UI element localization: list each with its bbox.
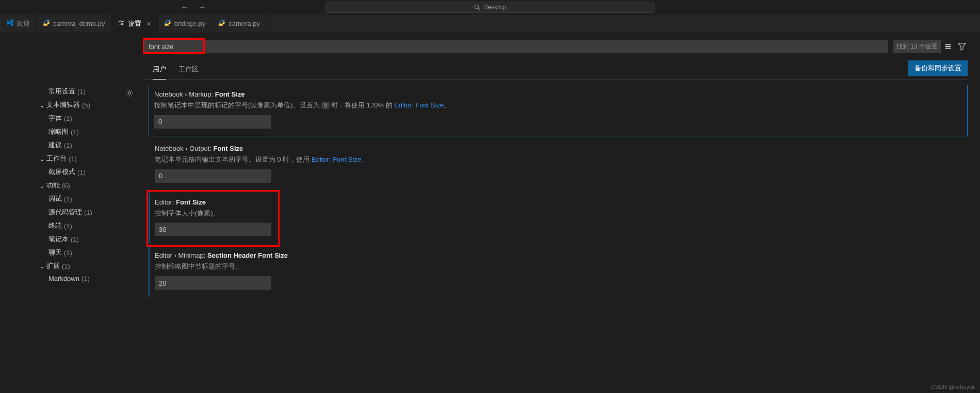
- svg-rect-7: [945, 46, 951, 47]
- python-icon: [218, 19, 225, 28]
- toc-count: (1): [62, 262, 70, 270]
- toc-item[interactable]: 笔记本 (1): [39, 232, 123, 246]
- toc-item[interactable]: 截屏模式 (1): [39, 165, 123, 179]
- toc-item[interactable]: 调试 (1): [39, 192, 123, 206]
- vscode-icon: [6, 19, 13, 28]
- setting-number-input[interactable]: [155, 169, 271, 183]
- chevron-down-icon: ⌄: [39, 262, 45, 270]
- setting-item[interactable]: Editor: Font Size控制字体大小(像素)。: [149, 193, 968, 244]
- activity-bar: [0, 33, 25, 393]
- svg-point-3: [120, 21, 121, 22]
- command-center[interactable]: Desktop: [325, 2, 655, 13]
- setting-title: Font Size: [213, 145, 243, 152]
- toc-label: 笔记本: [48, 234, 69, 244]
- tab-bridege.py[interactable]: bridege.py: [158, 14, 213, 33]
- toc-label: Markdown: [48, 275, 79, 282]
- tab-camera_demo.py[interactable]: camera_demo.py: [37, 14, 111, 33]
- python-icon: [164, 19, 171, 28]
- scope-tab-user[interactable]: 用户: [153, 61, 166, 79]
- settings-icon: [118, 19, 125, 28]
- setting-link[interactable]: Editor: Font Size: [312, 155, 361, 163]
- tab-label: bridege.py: [174, 20, 206, 27]
- toc-label: 缩略图: [48, 127, 69, 136]
- editor-tabs: 欢迎camera_demo.py设置×bridege.pycamera.py: [0, 14, 980, 33]
- nav-back-icon[interactable]: ←: [181, 3, 189, 12]
- backup-sync-button[interactable]: 备份和同步设置: [908, 60, 968, 76]
- tab-label: 欢迎: [17, 19, 30, 28]
- toc-item[interactable]: ⌄工作台 (1): [39, 152, 123, 165]
- toc-item[interactable]: Markdown (1): [39, 273, 123, 285]
- setting-breadcrumb: Notebook › Output:: [155, 145, 213, 152]
- svg-point-5: [122, 23, 123, 25]
- close-icon[interactable]: ×: [146, 20, 151, 28]
- tab-label: 设置: [128, 19, 141, 28]
- setting-item[interactable]: Editor › Minimap: Section Header Font Si…: [149, 246, 968, 297]
- filter-icon[interactable]: [956, 41, 968, 52]
- setting-breadcrumb: Notebook › Markup:: [154, 90, 215, 98]
- setting-number-input[interactable]: [155, 223, 271, 236]
- toc-count: (5): [82, 101, 90, 109]
- setting-number-input[interactable]: [155, 276, 271, 290]
- setting-title: Font Size: [215, 90, 245, 98]
- settings-search-input[interactable]: [143, 40, 888, 53]
- setting-breadcrumb: Editor:: [155, 198, 176, 206]
- toc-label: 文本编辑器: [46, 100, 80, 109]
- tab-camera.py[interactable]: camera.py: [212, 14, 267, 33]
- toc-item[interactable]: ⌄扩展 (1): [39, 259, 123, 273]
- chevron-down-icon: ⌄: [39, 182, 45, 190]
- setting-link[interactable]: Editor: Font Size: [394, 101, 444, 109]
- svg-rect-8: [945, 48, 951, 49]
- scope-tab-workspace[interactable]: 工作区: [178, 61, 199, 79]
- setting-item[interactable]: Notebook › Output: Font Size笔记本单元格内输出文本的…: [149, 139, 968, 190]
- toc-count: (1): [81, 275, 90, 282]
- nav-forward-icon[interactable]: →: [198, 3, 206, 12]
- setting-number-input[interactable]: [154, 115, 271, 129]
- clear-search-icon[interactable]: [943, 41, 954, 52]
- setting-breadcrumb: Editor › Minimap:: [155, 251, 207, 259]
- toc-label: 截屏模式: [48, 167, 75, 177]
- toc-count: (6): [62, 182, 70, 190]
- toc-label: 常用设置: [48, 87, 75, 96]
- toc-item[interactable]: 常用设置 (1): [39, 85, 123, 98]
- toc-item[interactable]: ⌄文本编辑器 (5): [39, 98, 123, 112]
- python-icon: [43, 19, 50, 28]
- tab-设置[interactable]: 设置×: [111, 14, 157, 33]
- toc-item[interactable]: 字体 (1): [39, 112, 123, 125]
- setting-title: Font Size: [176, 198, 206, 206]
- setting-item[interactable]: Notebook › Markup: Font Size控制笔记本中呈现的标记的…: [149, 85, 968, 136]
- toc-count: (1): [69, 155, 77, 163]
- toc-label: 调试: [48, 194, 62, 203]
- tab-欢迎[interactable]: 欢迎: [0, 14, 37, 33]
- settings-list: Notebook › Markup: Font Size控制笔记本中呈现的标记的…: [136, 85, 968, 300]
- svg-line-1: [478, 8, 480, 10]
- toc-item[interactable]: 建议 (1): [39, 138, 123, 152]
- toc-count: (1): [64, 195, 72, 203]
- toc-item[interactable]: 终端 (1): [39, 219, 123, 232]
- watermark: CSDN @ccboykk: [931, 384, 975, 390]
- toc-count: (1): [71, 235, 79, 243]
- toc-label: 终端: [48, 221, 62, 230]
- toc-item[interactable]: 源代码管理 (1): [39, 206, 123, 219]
- setting-desc-text: 控制字体大小(像素)。: [155, 209, 220, 217]
- setting-desc-text: 控制笔记本中呈现的标记的字号(以像素为单位)。设置为: [154, 101, 321, 109]
- toc-label: 源代码管理: [48, 208, 82, 217]
- command-center-label: Desktop: [483, 4, 506, 11]
- svg-rect-6: [945, 44, 951, 45]
- toc-count: (1): [84, 209, 92, 216]
- toc-label: 字体: [48, 114, 62, 123]
- toc-label: 功能: [46, 181, 60, 190]
- inline-code: 0: [321, 102, 329, 109]
- toc-item[interactable]: 缩略图 (1): [39, 125, 123, 138]
- gear-icon[interactable]: [125, 91, 134, 99]
- search-icon: [474, 4, 480, 10]
- toc-label: 工作台: [46, 154, 67, 163]
- toc-count: (1): [77, 88, 86, 96]
- toc-item[interactable]: ⌄功能 (6): [39, 179, 123, 192]
- toc-count: (1): [64, 222, 72, 230]
- toc-item[interactable]: 聊天 (1): [39, 246, 123, 259]
- title-bar: ← → Desktop: [0, 0, 980, 14]
- chevron-down-icon: ⌄: [39, 155, 45, 163]
- toc-label: 扩展: [46, 261, 60, 271]
- setting-title: Section Header Font Size: [207, 251, 288, 259]
- settings-count-label: 找到 13 个设置: [893, 40, 941, 53]
